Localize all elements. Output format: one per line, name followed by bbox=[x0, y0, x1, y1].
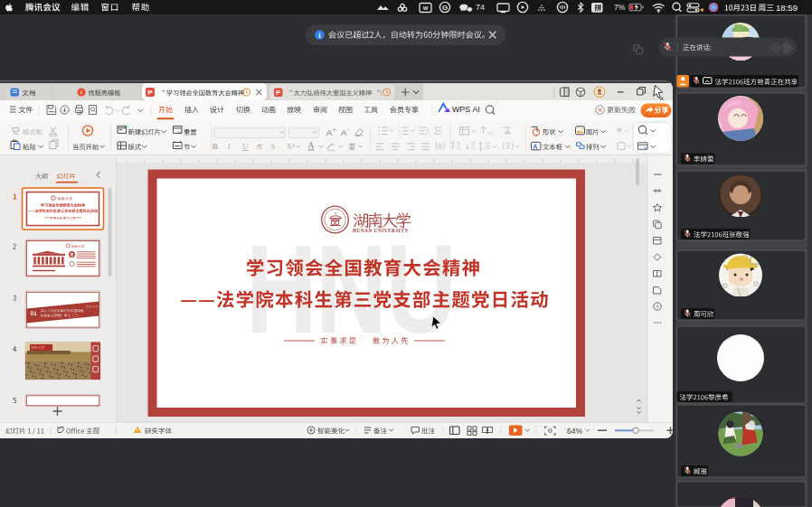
svg-text:74: 74 bbox=[476, 3, 485, 12]
svg-text:WPS AI: WPS AI bbox=[452, 105, 480, 114]
svg-text:A: A bbox=[308, 141, 315, 150]
svg-text:7%: 7% bbox=[614, 3, 626, 12]
svg-text:A: A bbox=[326, 127, 333, 137]
svg-text:+: + bbox=[333, 127, 336, 132]
svg-text:HUNAN UNIVERSITY: HUNAN UNIVERSITY bbox=[353, 228, 409, 233]
svg-text:S: S bbox=[271, 142, 276, 151]
svg-text:W: W bbox=[423, 5, 429, 11]
svg-text:18:59: 18:59 bbox=[776, 3, 798, 13]
svg-text:P: P bbox=[276, 89, 280, 97]
svg-text:U: U bbox=[242, 142, 249, 151]
svg-text:P: P bbox=[147, 89, 153, 97]
svg-text:G: G bbox=[442, 4, 448, 12]
svg-text:A: A bbox=[257, 142, 263, 151]
svg-text:X²: X² bbox=[287, 142, 295, 151]
svg-text:!: ! bbox=[137, 427, 138, 433]
svg-text:64%: 64% bbox=[567, 427, 583, 436]
svg-text:B: B bbox=[212, 142, 218, 151]
svg-text:A: A bbox=[341, 127, 347, 137]
svg-text:-: - bbox=[347, 126, 349, 132]
